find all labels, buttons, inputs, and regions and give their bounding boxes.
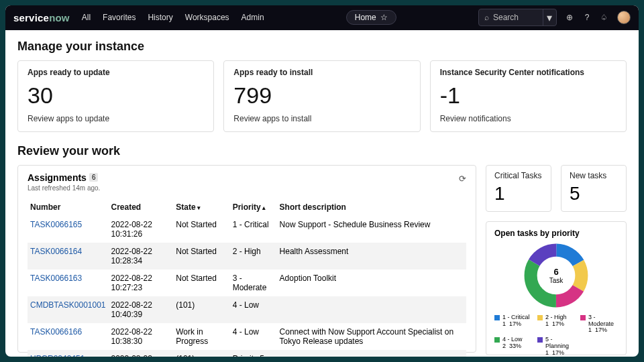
card-critical-tasks[interactable]: Critical Tasks 1 [486,165,551,212]
chevron-down-icon: ▾ [547,11,552,24]
globe-icon[interactable]: ⊕ [565,13,574,22]
review-heading: Review your work [17,144,627,158]
legend-item[interactable]: 3 - Moderate1 17% [580,314,618,335]
table-row[interactable]: CMDBTASK00010012022-08-22 10:40:39(101)4… [28,296,466,323]
table-row[interactable]: UPGR00404512022-08-22 10:39:59(101)Prior… [28,350,466,357]
sort-asc-icon: ▴ [262,204,266,211]
col-number[interactable]: Number [28,198,109,216]
home-pill[interactable]: Home ☆ [346,10,396,25]
task-link[interactable]: TASK0066164 [30,247,82,256]
table-row[interactable]: TASK00661632022-08-22 10:27:23Not Starte… [28,269,466,296]
card-value: 799 [233,82,410,109]
help-icon[interactable]: ? [582,13,592,22]
search-icon: ⌕ [484,13,489,22]
nav-admin[interactable]: Admin [241,13,264,22]
card-apps-install[interactable]: Apps ready to install 799 Review apps to… [223,60,420,132]
col-desc[interactable]: Short description [277,198,466,216]
main-nav: All Favorites History Workspaces Admin [82,13,264,22]
col-priority[interactable]: Priority▴ [230,198,277,216]
mini-label: New tasks [570,171,618,180]
stat-cards-row: Apps ready to update 30 Review apps to u… [17,60,627,132]
card-label: Apps ready to install [233,68,410,77]
bell-icon[interactable]: ♤ [600,13,609,22]
legend-item[interactable]: 4 - Low2 33% [494,337,532,357]
card-label: Apps ready to update [28,68,204,77]
col-created[interactable]: Created [109,198,174,216]
task-link[interactable]: CMDBTASK0001001 [30,300,106,310]
star-icon: ☆ [380,13,388,22]
mini-value: 5 [570,183,618,204]
card-new-tasks[interactable]: New tasks 5 [561,165,627,212]
card-apps-update[interactable]: Apps ready to update 30 Review apps to u… [17,60,214,132]
card-security-notifs[interactable]: Instance Security Center notifications -… [430,60,627,132]
table-row[interactable]: TASK00661642022-08-22 10:28:34Not Starte… [28,243,466,269]
manage-heading: Manage your instance [17,40,627,54]
search[interactable]: ⌕ Search ▾ [478,9,557,26]
nav-favorites[interactable]: Favorites [103,13,136,22]
task-link[interactable]: UPGR0040451 [30,354,85,357]
last-refreshed: Last refreshed 14m ago. [28,184,466,192]
chart-legend: 1 - Critical1 17%2 - High1 17%3 - Modera… [494,314,618,357]
chart-panel: Open tasks by priority 6 Task 1 - Critic… [486,221,627,355]
mini-value: 1 [494,183,543,204]
legend-item[interactable]: 1 - Critical1 17% [494,314,532,335]
refresh-icon[interactable]: ⟳ [459,174,466,184]
table-row[interactable]: TASK00661652022-08-22 10:31:26Not Starte… [28,216,466,243]
assignments-table: Number Created State▾ Priority▴ Short de… [28,198,466,357]
card-value: -1 [440,82,616,109]
assignments-panel: Assignments 6 Last refreshed 14m ago. ⟳ … [17,165,476,353]
card-sub: Review notifications [440,114,616,123]
nav-workspaces[interactable]: Workspaces [185,13,229,22]
nav-all[interactable]: All [82,13,91,22]
search-placeholder: Search [493,13,519,22]
chart-title: Open tasks by priority [494,229,618,238]
logo: servicenow [13,12,70,23]
task-link[interactable]: TASK0066165 [30,220,82,229]
task-link[interactable]: TASK0066166 [30,327,82,337]
avatar[interactable] [617,11,631,24]
search-dropdown[interactable]: ▾ [543,9,556,25]
legend-item[interactable]: 2 - High1 17% [537,314,575,335]
donut-chart[interactable]: 6 Task [523,242,590,309]
top-icons: ⊕ ? ♤ [565,11,631,24]
card-sub: Review apps to update [28,114,204,123]
nav-history[interactable]: History [148,13,172,22]
legend-item[interactable]: 5 - Planning1 17% [537,337,575,357]
assignments-count: 6 [89,173,99,182]
home-pill-label: Home [355,13,376,22]
card-label: Instance Security Center notifications [440,68,616,77]
donut-center: 6 Task [523,242,590,309]
sort-desc-icon: ▾ [197,204,201,211]
col-state[interactable]: State▾ [173,198,229,216]
card-sub: Review apps to install [233,114,410,123]
task-link[interactable]: TASK0066163 [30,274,82,283]
mini-label: Critical Tasks [494,171,543,180]
card-value: 30 [28,82,204,109]
assignments-title: Assignments [28,172,87,183]
table-row[interactable]: TASK00661662022-08-22 10:38:30Work in Pr… [28,323,466,350]
top-bar: servicenow All Favorites History Workspa… [5,5,639,30]
